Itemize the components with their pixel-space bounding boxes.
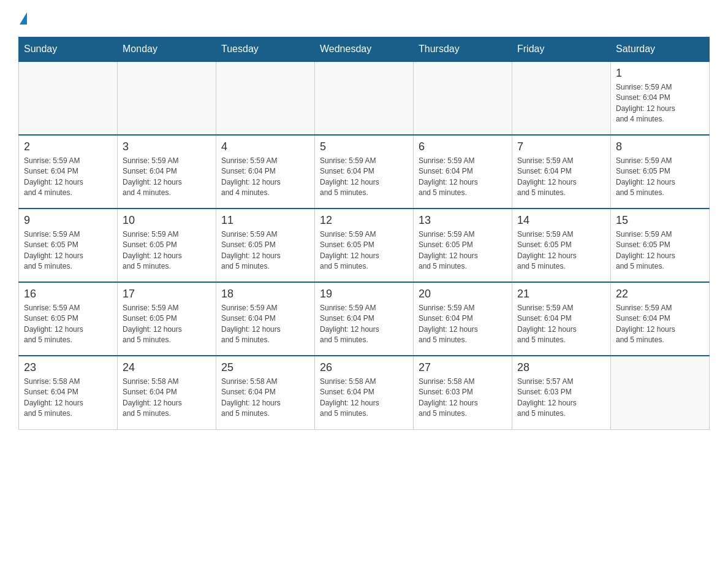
day-number: 11 <box>221 214 309 227</box>
calendar-day-cell: 27Sunrise: 5:58 AM Sunset: 6:03 PM Dayli… <box>414 356 512 429</box>
calendar-day-cell: 23Sunrise: 5:58 AM Sunset: 6:04 PM Dayli… <box>19 356 118 429</box>
calendar-day-cell: 1Sunrise: 5:59 AM Sunset: 6:04 PM Daylig… <box>611 61 710 135</box>
calendar-day-cell: 6Sunrise: 5:59 AM Sunset: 6:04 PM Daylig… <box>414 135 512 209</box>
day-info: Sunrise: 5:59 AM Sunset: 6:05 PM Dayligh… <box>24 229 112 272</box>
day-number: 12 <box>320 214 408 227</box>
calendar-day-cell: 7Sunrise: 5:59 AM Sunset: 6:04 PM Daylig… <box>512 135 611 209</box>
weekday-header-sunday: Sunday <box>19 37 118 62</box>
day-info: Sunrise: 5:59 AM Sunset: 6:04 PM Dayligh… <box>221 156 309 199</box>
logo-triangle-icon <box>20 12 27 25</box>
calendar-day-cell: 21Sunrise: 5:59 AM Sunset: 6:04 PM Dayli… <box>512 282 611 356</box>
calendar-day-cell: 9Sunrise: 5:59 AM Sunset: 6:05 PM Daylig… <box>19 209 118 282</box>
day-info: Sunrise: 5:59 AM Sunset: 6:05 PM Dayligh… <box>616 156 704 199</box>
calendar-day-cell <box>19 61 118 135</box>
logo <box>18 12 27 25</box>
day-number: 27 <box>419 361 507 374</box>
calendar-day-cell <box>414 61 512 135</box>
day-info: Sunrise: 5:59 AM Sunset: 6:04 PM Dayligh… <box>123 156 211 199</box>
calendar-day-cell: 14Sunrise: 5:59 AM Sunset: 6:05 PM Dayli… <box>512 209 611 282</box>
day-number: 1 <box>616 67 704 80</box>
day-number: 18 <box>221 288 309 301</box>
calendar-day-cell: 22Sunrise: 5:59 AM Sunset: 6:04 PM Dayli… <box>611 282 710 356</box>
day-number: 20 <box>419 288 507 301</box>
weekday-header-monday: Monday <box>118 37 216 62</box>
day-number: 16 <box>24 288 112 301</box>
day-info: Sunrise: 5:59 AM Sunset: 6:05 PM Dayligh… <box>616 229 704 272</box>
day-info: Sunrise: 5:59 AM Sunset: 6:05 PM Dayligh… <box>123 303 211 346</box>
day-info: Sunrise: 5:58 AM Sunset: 6:04 PM Dayligh… <box>123 377 211 419</box>
calendar-week-row: 23Sunrise: 5:58 AM Sunset: 6:04 PM Dayli… <box>19 356 710 429</box>
calendar-week-row: 2Sunrise: 5:59 AM Sunset: 6:04 PM Daylig… <box>19 135 710 209</box>
day-number: 26 <box>320 361 408 374</box>
day-info: Sunrise: 5:59 AM Sunset: 6:04 PM Dayligh… <box>517 303 605 346</box>
calendar-week-row: 9Sunrise: 5:59 AM Sunset: 6:05 PM Daylig… <box>19 209 710 282</box>
calendar-day-cell: 26Sunrise: 5:58 AM Sunset: 6:04 PM Dayli… <box>315 356 414 429</box>
day-number: 22 <box>616 288 704 301</box>
day-number: 6 <box>419 140 507 153</box>
day-info: Sunrise: 5:59 AM Sunset: 6:04 PM Dayligh… <box>616 82 704 125</box>
calendar-day-cell: 28Sunrise: 5:57 AM Sunset: 6:03 PM Dayli… <box>512 356 611 429</box>
day-info: Sunrise: 5:59 AM Sunset: 6:04 PM Dayligh… <box>419 156 507 199</box>
day-number: 28 <box>517 361 605 374</box>
day-info: Sunrise: 5:57 AM Sunset: 6:03 PM Dayligh… <box>517 377 605 419</box>
calendar-week-row: 16Sunrise: 5:59 AM Sunset: 6:05 PM Dayli… <box>19 282 710 356</box>
calendar-week-row: 1Sunrise: 5:59 AM Sunset: 6:04 PM Daylig… <box>19 61 710 135</box>
weekday-header-thursday: Thursday <box>414 37 512 62</box>
day-info: Sunrise: 5:59 AM Sunset: 6:05 PM Dayligh… <box>320 229 408 272</box>
day-info: Sunrise: 5:59 AM Sunset: 6:04 PM Dayligh… <box>517 156 605 199</box>
calendar-day-cell: 8Sunrise: 5:59 AM Sunset: 6:05 PM Daylig… <box>611 135 710 209</box>
calendar-day-cell <box>315 61 414 135</box>
day-info: Sunrise: 5:58 AM Sunset: 6:04 PM Dayligh… <box>24 377 112 419</box>
day-number: 15 <box>616 214 704 227</box>
day-number: 23 <box>24 361 112 374</box>
day-info: Sunrise: 5:59 AM Sunset: 6:05 PM Dayligh… <box>221 229 309 272</box>
weekday-header-friday: Friday <box>512 37 611 62</box>
day-number: 9 <box>24 214 112 227</box>
calendar-day-cell: 15Sunrise: 5:59 AM Sunset: 6:05 PM Dayli… <box>611 209 710 282</box>
day-info: Sunrise: 5:59 AM Sunset: 6:04 PM Dayligh… <box>320 303 408 346</box>
day-number: 13 <box>419 214 507 227</box>
day-number: 17 <box>123 288 211 301</box>
day-number: 24 <box>123 361 211 374</box>
day-number: 25 <box>221 361 309 374</box>
day-info: Sunrise: 5:59 AM Sunset: 6:05 PM Dayligh… <box>419 229 507 272</box>
day-info: Sunrise: 5:59 AM Sunset: 6:04 PM Dayligh… <box>24 156 112 199</box>
day-number: 8 <box>616 140 704 153</box>
calendar-day-cell <box>512 61 611 135</box>
weekday-header-row: SundayMondayTuesdayWednesdayThursdayFrid… <box>19 37 710 62</box>
calendar-day-cell: 3Sunrise: 5:59 AM Sunset: 6:04 PM Daylig… <box>118 135 216 209</box>
calendar-day-cell: 13Sunrise: 5:59 AM Sunset: 6:05 PM Dayli… <box>414 209 512 282</box>
day-info: Sunrise: 5:58 AM Sunset: 6:04 PM Dayligh… <box>221 377 309 419</box>
calendar-day-cell: 10Sunrise: 5:59 AM Sunset: 6:05 PM Dayli… <box>118 209 216 282</box>
weekday-header-tuesday: Tuesday <box>216 37 315 62</box>
day-info: Sunrise: 5:59 AM Sunset: 6:04 PM Dayligh… <box>616 303 704 346</box>
calendar-day-cell: 2Sunrise: 5:59 AM Sunset: 6:04 PM Daylig… <box>19 135 118 209</box>
calendar-day-cell: 25Sunrise: 5:58 AM Sunset: 6:04 PM Dayli… <box>216 356 315 429</box>
day-info: Sunrise: 5:59 AM Sunset: 6:05 PM Dayligh… <box>123 229 211 272</box>
weekday-header-wednesday: Wednesday <box>315 37 414 62</box>
calendar-day-cell: 17Sunrise: 5:59 AM Sunset: 6:05 PM Dayli… <box>118 282 216 356</box>
calendar-day-cell <box>216 61 315 135</box>
day-info: Sunrise: 5:59 AM Sunset: 6:04 PM Dayligh… <box>221 303 309 346</box>
day-info: Sunrise: 5:59 AM Sunset: 6:04 PM Dayligh… <box>320 156 408 199</box>
day-number: 14 <box>517 214 605 227</box>
page-header <box>18 12 710 25</box>
calendar-day-cell: 20Sunrise: 5:59 AM Sunset: 6:04 PM Dayli… <box>414 282 512 356</box>
calendar-day-cell: 5Sunrise: 5:59 AM Sunset: 6:04 PM Daylig… <box>315 135 414 209</box>
day-number: 5 <box>320 140 408 153</box>
day-number: 2 <box>24 140 112 153</box>
day-number: 7 <box>517 140 605 153</box>
day-info: Sunrise: 5:58 AM Sunset: 6:03 PM Dayligh… <box>419 377 507 419</box>
day-number: 4 <box>221 140 309 153</box>
calendar-day-cell <box>611 356 710 429</box>
day-number: 3 <box>123 140 211 153</box>
calendar-table: SundayMondayTuesdayWednesdayThursdayFrid… <box>18 37 710 430</box>
day-number: 21 <box>517 288 605 301</box>
day-number: 10 <box>123 214 211 227</box>
calendar-day-cell <box>118 61 216 135</box>
day-info: Sunrise: 5:58 AM Sunset: 6:04 PM Dayligh… <box>320 377 408 419</box>
calendar-day-cell: 11Sunrise: 5:59 AM Sunset: 6:05 PM Dayli… <box>216 209 315 282</box>
calendar-day-cell: 4Sunrise: 5:59 AM Sunset: 6:04 PM Daylig… <box>216 135 315 209</box>
weekday-header-saturday: Saturday <box>611 37 710 62</box>
calendar-day-cell: 18Sunrise: 5:59 AM Sunset: 6:04 PM Dayli… <box>216 282 315 356</box>
